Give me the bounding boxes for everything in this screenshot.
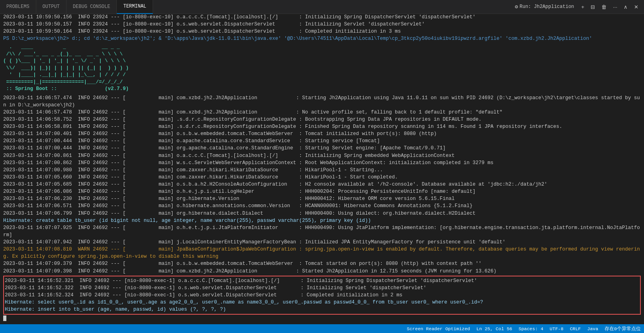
delete-terminal-button[interactable]: 🗑 (599, 2, 609, 12)
terminal-line: 2023-03-11 14:06:58.752 INFO 24692 --- [… (3, 116, 641, 123)
language-mode[interactable]: Java (587, 326, 598, 331)
tab-actions: ⚙ Run: Jh2Application + ⊟ 🗑 ··· ∧ ✕ (512, 2, 644, 12)
cursor-position[interactable]: Ln 25, Col 56 (477, 326, 512, 331)
terminal-line: 2023-03-11 14:07:07.942 INFO 24692 --- [… (3, 239, 641, 246)
terminal-line: 2023-03-11 14:07:00.444 INFO 24692 --- [… (3, 145, 641, 152)
tab-debug-console[interactable]: DEBUG CONSOLE (67, 0, 117, 14)
line-ending[interactable]: CRLF (570, 326, 581, 331)
terminal-line: 2023-03-11 10:59:50.164 INFO 23924 --- [… (3, 28, 641, 35)
terminal-line: 2023-03-11 14:07:06.799 INFO 24692 --- [… (3, 210, 641, 217)
run-label: ⚙ Run: Jh2Application (512, 4, 577, 10)
terminal-line: 2023-03-11 14:07:07.925 INFO 24692 --- [… (3, 224, 641, 239)
highlighted-block: 2023-03-11 14:16:52.321 INFO 24692 --- [… (3, 276, 641, 315)
screen-reader-status[interactable]: Screen Reader Optimized (407, 326, 470, 331)
terminal-line: 2023-03-11 14:07:00.861 INFO 24692 --- [… (3, 152, 641, 159)
tab-output[interactable]: OUTPUT (36, 0, 67, 14)
errors-status[interactable]: 存在0个异常点位 (605, 326, 641, 332)
terminal-line: 2023-03-11 14:06:57.474 INFO 24692 --- [… (3, 94, 641, 109)
terminal-line: 2023-03-11 14:07:00.401 INFO 24692 --- [… (3, 130, 641, 137)
terminal-line: 2023-03-11 14:07:09.379 INFO 24692 --- [… (3, 260, 641, 267)
tab-problems[interactable]: PROBLEMS (0, 0, 36, 14)
split-terminal-button[interactable]: ⊟ (588, 2, 597, 12)
terminal-line: 2023-03-11 14:07:06.571 INFO 24692 --- [… (3, 202, 641, 210)
indentation[interactable]: Spaces: 4 (518, 326, 543, 331)
terminal-line: 2023-03-11 14:07:09.398 INFO 24692 --- [… (3, 268, 641, 275)
close-panel-button[interactable]: ✕ (632, 2, 641, 12)
terminal-line: 2023-03-11 10:59:50.157 INFO 23924 --- [… (3, 21, 641, 28)
terminal-line: 2023-03-11 14:07:00.444 INFO 24692 --- [… (3, 137, 641, 145)
terminal-line: 2023-03-11 14:06:57.478 INFO 24692 --- [… (3, 109, 641, 116)
terminal-container: 2023-03-11 10:46:27.654 INFO 23924 --- [… (0, 14, 644, 324)
terminal-content[interactable]: 2023-03-11 10:46:27.654 INFO 23924 --- [… (0, 14, 644, 324)
terminal-line: 2023-03-11 14:07:05.685 INFO 24692 --- [… (3, 181, 641, 188)
status-bar: Screen Reader Optimized Ln 25, Col 56 Sp… (0, 324, 644, 333)
terminal-line: 2023-03-11 14:07:06.086 INFO 24692 --- [… (3, 188, 641, 195)
terminal-line: 2023-03-11 14:06:58.891 INFO 24692 --- [… (3, 123, 641, 130)
terminal-line: 2023-03-11 14:07:08.810 WARN 24692 --- [… (3, 246, 641, 260)
terminal-line: 2023-03-11 14:07:00.862 INFO 24692 --- [… (3, 159, 641, 166)
encoding[interactable]: UTF-8 (550, 326, 564, 331)
tab-bar: PROBLEMS OUTPUT DEBUG CONSOLE TERMINAL ⚙… (0, 0, 644, 14)
new-terminal-button[interactable]: + (579, 2, 587, 12)
terminal-line: 2023-03-11 14:07:00.980 INFO 24692 --- [… (3, 166, 641, 174)
tab-terminal[interactable]: TERMINAL (117, 0, 153, 14)
terminal-line: Hibernate: create table tb_user (id bigi… (3, 217, 641, 224)
cursor-line (3, 315, 641, 322)
terminal-line: PS D:\z_workspace\jh2> d:; cd 'd:\z_work… (3, 35, 641, 42)
maximize-panel-button[interactable]: ∧ (621, 2, 630, 12)
more-actions-button[interactable]: ··· (611, 2, 620, 12)
terminal-line: 2023-03-11 14:07:06.230 INFO 24692 --- [… (3, 195, 641, 202)
terminal-line: 2023-03-11 14:07:05.660 INFO 24692 --- [… (3, 174, 641, 181)
terminal-line: 2023-03-11 10:59:50.156 INFO 23924 --- [… (3, 14, 641, 21)
spring-boot-art: . ____ _ __ _ _ /\\ / ___'_ __ _ _(_)_ _… (3, 44, 641, 93)
